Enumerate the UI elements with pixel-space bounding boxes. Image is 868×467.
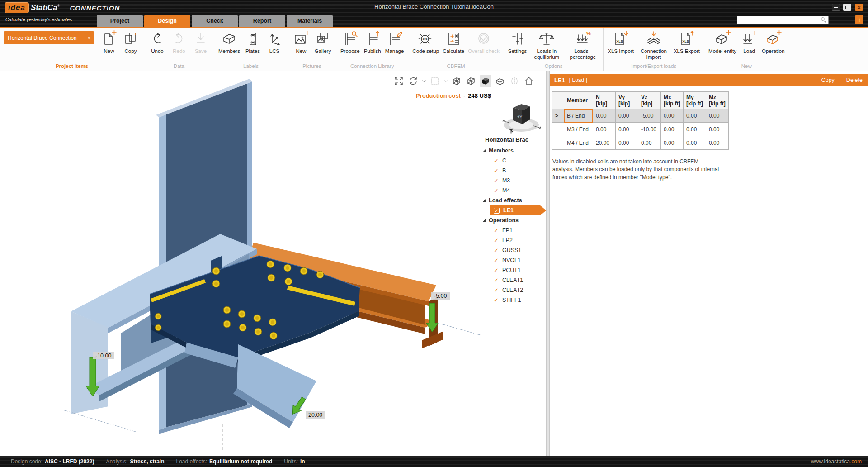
loads-percentage-button[interactable]: % Loads - percentage [565,29,600,61]
xls-import-button[interactable]: XLS XLS Import [606,29,635,55]
wireframe-view-button[interactable] [451,75,462,87]
mz-cell[interactable]: 0.00 [706,123,729,136]
checkbox-checked-icon[interactable]: ✓ [494,208,500,214]
tab-check[interactable]: Check [192,15,238,27]
my-cell[interactable]: 0.00 [684,109,706,123]
mx-cell[interactable]: 0.00 [661,123,684,136]
member-brace[interactable] [233,344,316,428]
publish-button[interactable]: Publish [362,29,383,55]
settings-button[interactable]: Settings [507,29,528,55]
check-icon[interactable]: ✓ [494,158,499,164]
calculate-button[interactable]: Calculate [441,29,466,55]
tree-item-pcut1[interactable]: ✓PCUT1 [479,265,546,275]
check-icon[interactable]: ✓ [494,178,499,184]
tree-item-member-m4[interactable]: ✓M4 [479,186,546,195]
info-button[interactable]: i [855,15,863,24]
tree-item-member-m3[interactable]: ✓M3 [479,176,546,186]
code-setup-button[interactable]: </> Code setup [411,29,440,55]
mirror-view-button[interactable] [509,75,520,87]
copy-load-button[interactable]: Copy [821,77,835,83]
overall-check-button[interactable]: Overall check [467,29,501,55]
new-project-item-button[interactable]: New [99,29,119,55]
plates-labels-button[interactable]: Plates [242,29,263,55]
home-view-button[interactable] [523,75,535,87]
tree-item-cleat2[interactable]: ✓CLEAT2 [479,285,546,295]
mx-cell[interactable]: 0.00 [661,136,684,150]
website-link[interactable]: www.ideastatica.com [811,458,862,465]
new-load-button[interactable]: Load [739,29,760,55]
chevron-down-icon[interactable] [422,79,426,83]
redo-button[interactable]: Redo [169,29,189,55]
member-cell[interactable]: B / End [564,109,593,123]
mz-cell[interactable]: 0.00 [706,109,729,123]
chevron-down-icon[interactable] [443,79,448,83]
vz-cell[interactable]: -5.00 [638,109,661,123]
n-cell[interactable]: 0.00 [593,123,616,136]
n-cell[interactable]: 20.00 [593,136,616,150]
new-operation-button[interactable]: Operation [760,29,786,55]
orbit-button[interactable] [407,75,419,87]
check-icon[interactable]: ✓ [494,287,499,293]
vz-cell[interactable]: 0.00 [638,136,661,150]
fit-view-button[interactable] [393,75,405,87]
tree-section-members[interactable]: Members [479,146,546,156]
manage-button[interactable]: Manage [384,29,406,55]
minimize-button[interactable] [832,4,840,11]
vy-cell[interactable]: 0.00 [616,136,638,150]
propose-button[interactable]: Propose [339,29,361,55]
search-icon[interactable] [821,17,826,23]
check-icon[interactable]: ✓ [494,297,499,303]
save-button[interactable]: Save [190,29,211,55]
view-cube[interactable]: +Y [500,97,542,136]
tab-materials[interactable]: Materials [287,15,333,27]
my-cell[interactable]: 0.00 [684,123,706,136]
3d-viewport[interactable]: -10.00 -5.00 20.00 [0,71,546,456]
load-table-row[interactable]: > B / End 0.00 0.00 -5.00 0.00 0.00 0.00 [552,109,729,123]
tab-project[interactable]: Project [97,15,143,27]
tree-item-stiff1[interactable]: ✓STIFF1 [479,295,546,305]
tree-item-member-b[interactable]: ✓B [479,166,546,176]
search-input[interactable] [737,17,821,23]
check-icon[interactable]: ✓ [494,277,499,283]
tab-report[interactable]: Report [239,15,285,27]
vy-cell[interactable]: 0.00 [616,109,638,123]
maximize-button[interactable] [843,4,851,11]
new-picture-button[interactable]: New [291,29,311,55]
tree-item-cleat1[interactable]: ✓CLEAT1 [479,275,546,285]
check-icon[interactable]: ✓ [494,228,499,234]
n-cell[interactable]: 0.00 [593,109,616,123]
section-select-button[interactable] [429,75,441,87]
new-model-entity-button[interactable]: Model entity [707,29,738,55]
vy-cell[interactable]: 0.00 [616,123,638,136]
mz-cell[interactable]: 0.00 [706,136,729,150]
connection-import-button[interactable]: Connection Import [636,29,671,61]
member-cell[interactable]: M3 / End [564,123,593,136]
delete-load-button[interactable]: Delete [846,77,863,83]
check-icon[interactable]: ✓ [494,267,499,273]
tree-section-operations[interactable]: Operations [479,215,546,225]
tree-item-member-c[interactable]: ✓C [479,156,546,166]
undo-button[interactable]: Undo [147,29,168,55]
members-labels-button[interactable]: Members [217,29,241,55]
project-item-dropdown[interactable]: Horizontal Brace Connection ▾ [4,31,94,44]
tree-section-load-effects[interactable]: Load effects [479,195,546,205]
check-icon[interactable]: ✓ [494,188,499,194]
tree-item-nvol1[interactable]: ✓NVOL1 [479,255,546,265]
check-icon[interactable]: ✓ [494,238,499,243]
check-icon[interactable]: ✓ [494,257,499,263]
loads-in-equilibrium-button[interactable]: Loads in equilibrium [529,29,564,61]
tree-item-fp1[interactable]: ✓FP1 [479,225,546,235]
clip-view-button[interactable] [494,75,506,87]
load-table-row[interactable]: M4 / End 20.00 0.00 0.00 0.00 0.00 0.00 [552,136,729,150]
xls-export-button[interactable]: XLS XLS Export [672,29,701,55]
check-icon[interactable]: ✓ [494,248,499,253]
panel-divider[interactable] [546,71,550,456]
3d-scene[interactable] [0,71,546,456]
hidden-line-view-button[interactable] [465,75,477,87]
check-icon[interactable]: ✓ [494,168,499,174]
mx-cell[interactable]: 0.00 [661,109,684,123]
gallery-button[interactable]: Gallery [312,29,333,55]
member-cell[interactable]: M4 / End [564,136,593,150]
close-button[interactable]: × [855,4,863,11]
tree-item-le1[interactable]: ✓LE1 [490,205,546,215]
